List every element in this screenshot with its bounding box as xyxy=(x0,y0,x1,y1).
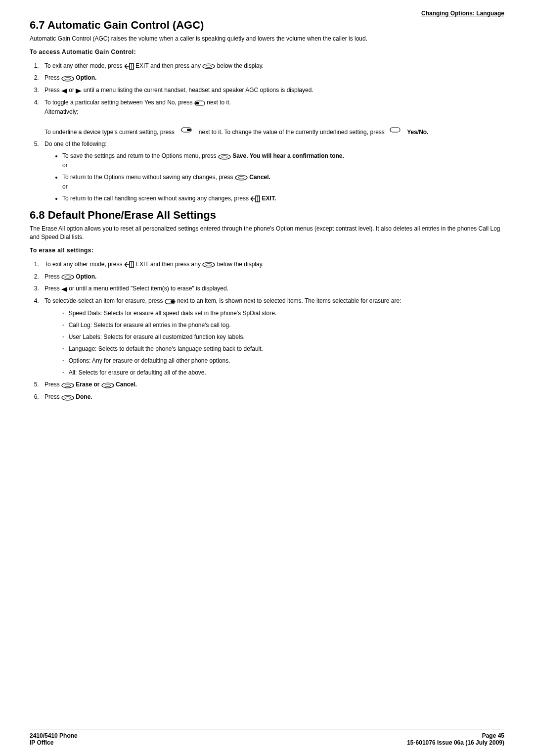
footer-page-number: Page 45 xyxy=(407,732,504,739)
erase-step-2: Press Option. xyxy=(41,272,504,282)
agc-step-5-save: To save the settings and return to the O… xyxy=(62,151,504,170)
svg-point-29 xyxy=(65,384,71,386)
svg-point-5 xyxy=(65,78,71,80)
text: Cancel. xyxy=(116,381,137,388)
erase-step-5: Press Erase or Cancel. xyxy=(41,380,504,389)
text: Press xyxy=(44,273,61,280)
text: next to an item, is shown next to select… xyxy=(177,297,401,304)
text: next to it. xyxy=(207,99,231,106)
softkey-icon xyxy=(61,74,74,83)
svg-point-14 xyxy=(222,155,227,158)
softkey-icon xyxy=(235,173,248,182)
text: Cancel. xyxy=(249,174,270,181)
page-footer: 2410/5410 Phone IP Office Page 45 15-601… xyxy=(30,729,504,746)
agc-step-3: Press or until a menu listing the curren… xyxy=(41,86,504,95)
agc-step-1: To exit any other mode, press EXIT and t… xyxy=(41,61,504,71)
svg-point-24 xyxy=(65,276,71,279)
text: EXIT and then press any xyxy=(135,261,202,268)
agc-step-4: To toggle a particular setting between Y… xyxy=(41,98,504,137)
text: EXIT and then press any xyxy=(135,62,202,69)
text: To return to the call handling screen wi… xyxy=(62,195,250,202)
exit-icon xyxy=(250,194,260,203)
erase-item-user-labels: User Labels: Selects for erasure all cus… xyxy=(62,332,504,341)
erase-step-1: To exit any other mode, press EXIT and t… xyxy=(41,260,504,269)
erase-step-3: Press or until a menu entitled "Select i… xyxy=(41,284,504,293)
text: Press xyxy=(44,87,61,94)
text: To select/de-select an item for erasure,… xyxy=(44,297,165,304)
erase-item-speed-dials: Speed Dials: Selects for erasure all spe… xyxy=(62,309,504,318)
erase-step-4: To select/de-select an item for erasure,… xyxy=(41,296,504,377)
exit-icon xyxy=(124,61,134,70)
text: until a menu listing the current handset… xyxy=(84,87,313,94)
text: or xyxy=(62,183,68,190)
text: To exit any other mode, press xyxy=(44,62,124,69)
erase-item-all: All: Selects for erasure or defaulting a… xyxy=(62,368,504,377)
text: Press xyxy=(44,381,61,388)
text: To underline a device type's current set… xyxy=(44,129,175,136)
svg-point-31 xyxy=(105,384,111,386)
agc-step-5: Do one of the following: To save the set… xyxy=(41,140,504,203)
oval-right-icon xyxy=(165,297,176,306)
text: Save. You will hear a confirmation tone. xyxy=(232,152,344,159)
agc-step-2: Press Option. xyxy=(41,73,504,83)
svg-rect-27 xyxy=(171,300,175,303)
triangle-left-icon xyxy=(61,86,67,95)
exit-icon xyxy=(124,260,134,269)
erase-item-options: Options: Any for erasure or defaulting a… xyxy=(62,356,504,365)
softkey-icon xyxy=(61,272,74,281)
text: Done. xyxy=(76,393,92,400)
text: or xyxy=(69,87,76,94)
oval-right-icon xyxy=(181,125,192,134)
erase-intro: The Erase All option allows you to reset… xyxy=(30,225,504,241)
softkey-icon xyxy=(202,260,215,269)
svg-point-33 xyxy=(65,396,71,399)
erase-item-language: Language: Selects to default the phone's… xyxy=(62,344,504,353)
text: Erase or xyxy=(76,381,101,388)
softkey-icon xyxy=(61,393,74,402)
text: Press xyxy=(44,74,61,81)
svg-rect-12 xyxy=(390,128,400,132)
svg-point-4 xyxy=(62,76,74,81)
agc-lead: To access Automatic Gain Control: xyxy=(30,48,504,56)
svg-point-21 xyxy=(203,262,215,267)
softkey-icon xyxy=(202,61,215,70)
softkey-icon xyxy=(101,380,114,389)
text: Alternatively; xyxy=(44,108,79,115)
text: To exit any other mode, press xyxy=(44,261,124,268)
text: below the display. xyxy=(217,261,264,268)
erase-item-call-log: Call Log: Selects for erasure all entrie… xyxy=(62,321,504,330)
svg-point-2 xyxy=(203,64,215,69)
svg-point-32 xyxy=(62,395,74,400)
text: Option. xyxy=(76,273,96,280)
oval-left-icon xyxy=(194,98,205,107)
agc-step-5-exit: To return to the call handling screen wi… xyxy=(62,194,504,203)
text: Yes/No. xyxy=(407,129,428,136)
breadcrumb: Changing Options: Language xyxy=(30,10,504,17)
text: Press xyxy=(44,285,61,292)
svg-marker-6 xyxy=(61,89,67,94)
softkey-icon xyxy=(218,152,231,161)
triangle-right-icon xyxy=(76,86,82,95)
svg-point-16 xyxy=(238,177,244,179)
text: EXIT. xyxy=(262,195,276,202)
text: To return to the Options menu without sa… xyxy=(62,174,235,181)
softkey-icon xyxy=(61,380,74,389)
section-heading-erase: 6.8 Default Phone/Erase All Settings xyxy=(30,209,504,222)
erase-lead: To erase all settings: xyxy=(30,246,504,255)
oval-icon xyxy=(390,125,400,134)
triangle-left-icon xyxy=(61,284,67,293)
svg-point-23 xyxy=(62,275,74,280)
text: or until a menu entitled "Select item(s)… xyxy=(69,285,228,292)
footer-phone-model: 2410/5410 Phone xyxy=(30,732,78,739)
svg-point-30 xyxy=(102,383,114,388)
text: Option. xyxy=(76,74,96,81)
svg-point-13 xyxy=(219,154,230,159)
text: To save the settings and return to the O… xyxy=(62,152,218,159)
erase-step-6: Press Done. xyxy=(41,392,504,402)
svg-point-3 xyxy=(206,65,212,68)
svg-point-28 xyxy=(62,383,74,388)
text: Do one of the following: xyxy=(44,141,106,147)
text: or xyxy=(62,162,68,169)
svg-rect-9 xyxy=(195,102,199,104)
agc-step-5-cancel: To return to the Options menu without sa… xyxy=(62,173,504,191)
